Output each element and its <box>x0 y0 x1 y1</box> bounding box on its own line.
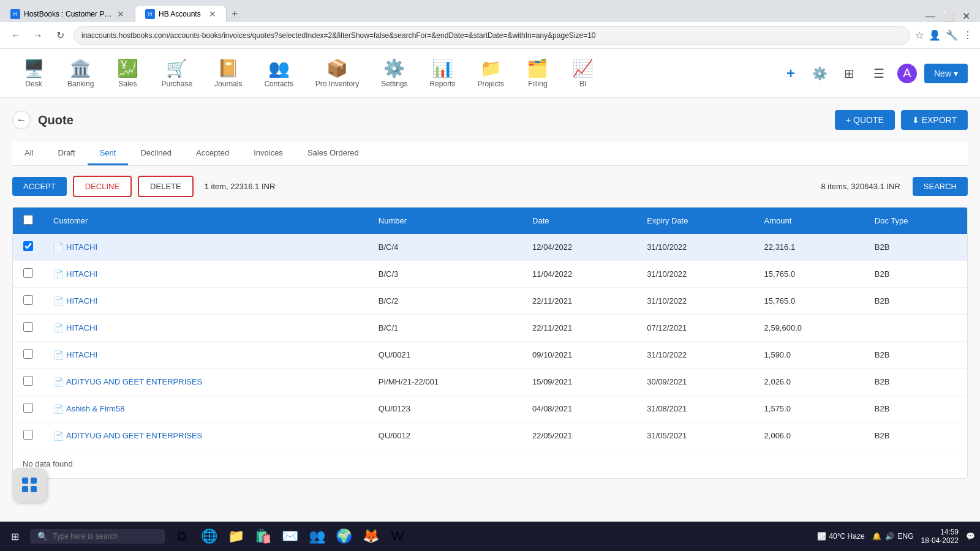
customer-link[interactable]: 📄 HITACHI <box>53 350 359 360</box>
customer-link[interactable]: 📄 HITACHI <box>53 242 359 252</box>
notifications-icon[interactable]: 🔔 <box>872 532 881 541</box>
nav-pro-inventory[interactable]: 📦 Pro Inventory <box>306 53 369 93</box>
nav-bi[interactable]: 📈 BI <box>562 53 605 93</box>
row-checkbox-cell[interactable] <box>13 342 43 369</box>
row-checkbox-cell[interactable] <box>13 395 43 422</box>
new-tab-button[interactable]: + <box>227 6 243 22</box>
row-checkbox[interactable] <box>23 268 33 278</box>
list-button[interactable]: ☰ <box>868 62 890 84</box>
date-header: Date <box>522 208 637 234</box>
search-button[interactable]: SEARCH <box>913 177 968 196</box>
start-button[interactable]: ⊞ <box>5 528 25 545</box>
forward-button[interactable]: → <box>29 27 47 44</box>
restore-icon[interactable]: ⬜ <box>943 10 955 22</box>
row-checkbox[interactable] <box>23 349 33 359</box>
address-bar[interactable]: inaccounts.hostbooks.com/accounts-books/… <box>74 26 910 45</box>
language-indicator[interactable]: ENG <box>898 532 914 541</box>
tab-all[interactable]: All <box>12 142 45 165</box>
taskbar-edge[interactable]: 🌐 <box>197 524 221 549</box>
tab-draft[interactable]: Draft <box>45 142 87 165</box>
reload-button[interactable]: ↻ <box>51 27 69 44</box>
export-button[interactable]: ⬇ EXPORT <box>901 110 968 130</box>
amount-cell: 1,590.0 <box>755 342 865 369</box>
taskbar-chrome[interactable]: 🌍 <box>331 524 356 549</box>
tab-declined[interactable]: Declined <box>128 142 184 165</box>
taskbar-task-view[interactable]: ⧉ <box>170 524 194 549</box>
customer-link[interactable]: 📄 HITACHI <box>53 323 359 333</box>
taskbar-file-explorer[interactable]: 📁 <box>224 524 248 549</box>
customer-link[interactable]: 📄 ADITYUG AND GEET ENTERPRISES <box>53 377 359 387</box>
nav-desk[interactable]: 🖥️ Desk <box>12 53 55 93</box>
doc-icon: 📄 <box>53 242 64 252</box>
taskbar-word[interactable]: W <box>385 524 410 549</box>
notifications-button[interactable]: 💬 <box>966 532 975 541</box>
taskbar-mail[interactable]: ✉️ <box>277 524 302 549</box>
taskbar-search-input[interactable] <box>53 532 157 541</box>
customer-link[interactable]: 📄 HITACHI <box>53 296 359 306</box>
volume-icon[interactable]: 🔊 <box>885 532 894 541</box>
row-checkbox-cell[interactable] <box>13 369 43 395</box>
minimize-icon[interactable]: — <box>925 11 935 22</box>
nav-journals[interactable]: 📔 Journals <box>205 53 252 93</box>
tab-1-close[interactable]: ✕ <box>112 9 124 19</box>
tab-sales-ordered[interactable]: Sales Ordered <box>295 142 371 165</box>
fab-button[interactable] <box>12 468 47 502</box>
tab-accepted[interactable]: Accepted <box>184 142 241 165</box>
select-all-checkbox[interactable] <box>23 215 33 225</box>
close-icon[interactable]: ✕ <box>962 10 970 22</box>
doc-type-cell <box>865 315 967 342</box>
customer-link[interactable]: 📄 Ashish & Firm58 <box>53 404 359 414</box>
customer-cell: 📄 HITACHI <box>43 342 369 369</box>
taskbar-store[interactable]: 🛍️ <box>251 524 275 549</box>
sales-label: Sales <box>118 80 137 88</box>
nav-projects[interactable]: 📁 Projects <box>468 53 514 93</box>
menu-icon[interactable]: ⋮ <box>963 29 973 41</box>
nav-contacts[interactable]: 👥 Contacts <box>254 53 303 93</box>
add-quote-button[interactable]: + QUOTE <box>835 110 895 130</box>
taskbar-teams[interactable]: 👥 <box>304 524 329 549</box>
expiry-date-cell: 31/10/2022 <box>637 234 754 261</box>
delete-button[interactable]: DELETE <box>138 176 194 197</box>
nav-reports[interactable]: 📊 Reports <box>420 53 466 93</box>
projects-label: Projects <box>478 80 504 88</box>
accept-button[interactable]: ACCEPT <box>12 177 67 196</box>
add-button[interactable]: + <box>780 62 802 84</box>
decline-button[interactable]: DECLINE <box>73 176 132 197</box>
taskbar-browser2[interactable]: 🦊 <box>358 524 383 549</box>
bookmark-icon[interactable]: ☆ <box>915 29 924 41</box>
row-checkbox-cell[interactable] <box>13 261 43 288</box>
customer-link[interactable]: 📄 HITACHI <box>53 269 359 279</box>
nav-banking[interactable]: 🏛️ Banking <box>58 53 104 93</box>
row-checkbox[interactable] <box>23 322 33 332</box>
row-checkbox[interactable] <box>23 241 33 251</box>
nav-sales[interactable]: 💹 Sales <box>106 53 149 93</box>
tab-invoices[interactable]: Invoices <box>241 142 295 165</box>
grid-button[interactable]: ⊞ <box>839 62 861 84</box>
extension-icon[interactable]: 🔧 <box>946 29 958 41</box>
nav-settings[interactable]: ⚙️ Settings <box>371 53 417 93</box>
nav-filling[interactable]: 🗂️ Filling <box>516 53 559 93</box>
banking-icon: 🏛️ <box>70 58 91 78</box>
row-checkbox-cell[interactable] <box>13 288 43 315</box>
tab-2-close[interactable]: ✕ <box>204 9 216 19</box>
tab-sent[interactable]: Sent <box>88 142 129 165</box>
row-checkbox[interactable] <box>23 295 33 305</box>
account-switcher[interactable]: A <box>897 64 917 83</box>
row-checkbox-cell[interactable] <box>13 422 43 449</box>
row-checkbox[interactable] <box>23 430 33 440</box>
back-button[interactable]: ← <box>7 27 24 44</box>
back-navigation-button[interactable]: ← <box>12 111 31 129</box>
row-checkbox[interactable] <box>23 403 33 413</box>
select-all-header[interactable] <box>13 208 43 234</box>
new-dropdown-button[interactable]: New ▾ <box>924 64 968 83</box>
row-checkbox-cell[interactable] <box>13 234 43 261</box>
taskbar-search-area[interactable]: 🔍 <box>30 529 165 544</box>
nav-purchase[interactable]: 🛒 Purchase <box>151 53 202 93</box>
row-checkbox[interactable] <box>23 376 33 386</box>
profile-icon[interactable]: 👤 <box>929 29 941 41</box>
row-checkbox-cell[interactable] <box>13 315 43 342</box>
browser-tab-1[interactable]: H HostBooks : Customer Portal ✕ <box>0 5 135 22</box>
browser-tab-2[interactable]: H HB Accounts ✕ <box>135 5 227 22</box>
settings-button[interactable]: ⚙️ <box>809 62 831 84</box>
customer-link[interactable]: 📄 ADITYUG AND GEET ENTERPRISES <box>53 431 359 441</box>
